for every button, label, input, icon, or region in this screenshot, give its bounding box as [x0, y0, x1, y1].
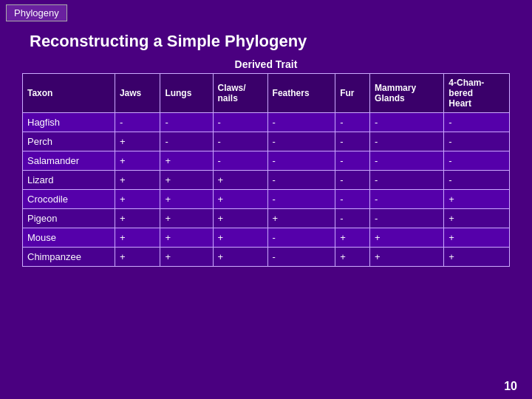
- data-cell: +: [160, 228, 213, 248]
- data-cell: -: [370, 190, 444, 209]
- data-cell: +: [267, 209, 335, 228]
- data-cell: +: [370, 228, 444, 248]
- derived-trait-label: Derived Trait: [0, 58, 532, 70]
- col-lungs: Lungs: [160, 74, 213, 113]
- table-row: Chimpanzee+++-+++: [23, 248, 510, 267]
- data-cell: -: [335, 171, 370, 190]
- data-cell: +: [444, 190, 510, 209]
- data-cell: -: [444, 113, 510, 132]
- data-cell: -: [267, 171, 335, 190]
- col-heart: 4-Cham-beredHeart: [444, 74, 510, 113]
- data-cell: -: [370, 113, 444, 132]
- data-cell: -: [335, 209, 370, 228]
- tab-label: Phylogeny: [14, 7, 59, 18]
- data-cell: +: [160, 171, 213, 190]
- data-cell: -: [335, 190, 370, 209]
- col-claws: Claws/nails: [213, 74, 267, 113]
- data-cell: -: [213, 132, 267, 151]
- data-cell: -: [160, 132, 213, 151]
- data-cell: -: [267, 113, 335, 132]
- table-container: Taxon Jaws Lungs Claws/nails Feathers Fu…: [22, 73, 510, 267]
- taxon-cell: Lizard: [23, 171, 115, 190]
- taxon-cell: Chimpanzee: [23, 248, 115, 267]
- col-fur: Fur: [335, 74, 370, 113]
- data-cell: -: [335, 113, 370, 132]
- data-cell: -: [115, 113, 160, 132]
- table-row: Lizard+++----: [23, 171, 510, 190]
- table-row: Perch+------: [23, 132, 510, 151]
- data-cell: +: [115, 228, 160, 248]
- col-jaws: Jaws: [115, 74, 160, 113]
- data-cell: +: [213, 171, 267, 190]
- table-row: Mouse+++-+++: [23, 228, 510, 248]
- data-cell: +: [115, 248, 160, 267]
- data-cell: -: [160, 113, 213, 132]
- data-cell: +: [444, 209, 510, 228]
- data-cell: +: [160, 209, 213, 228]
- data-cell: +: [213, 248, 267, 267]
- data-cell: +: [213, 190, 267, 209]
- data-cell: +: [160, 190, 213, 209]
- page-title: Reconstructing a Simple Phylogeny: [30, 32, 502, 51]
- table-row: Hagfish-------: [23, 113, 510, 132]
- taxon-cell: Hagfish: [23, 113, 115, 132]
- table-row: Salamander++-----: [23, 151, 510, 171]
- taxon-cell: Salamander: [23, 151, 115, 171]
- data-cell: -: [267, 190, 335, 209]
- col-feathers: Feathers: [267, 74, 335, 113]
- data-cell: +: [444, 228, 510, 248]
- data-cell: +: [115, 151, 160, 171]
- data-cell: -: [267, 151, 335, 171]
- tab[interactable]: Phylogeny: [6, 4, 67, 21]
- data-cell: +: [370, 248, 444, 267]
- taxon-cell: Crocodile: [23, 190, 115, 209]
- data-cell: -: [213, 151, 267, 171]
- table-header-row: Taxon Jaws Lungs Claws/nails Feathers Fu…: [23, 74, 510, 113]
- col-mammary: MammaryGlands: [370, 74, 444, 113]
- data-cell: +: [335, 248, 370, 267]
- col-taxon: Taxon: [23, 74, 115, 113]
- taxon-cell: Perch: [23, 132, 115, 151]
- phylogeny-table: Taxon Jaws Lungs Claws/nails Feathers Fu…: [22, 73, 510, 267]
- data-cell: -: [335, 151, 370, 171]
- table-row: Pigeon++++--+: [23, 209, 510, 228]
- data-cell: -: [213, 113, 267, 132]
- data-cell: +: [115, 171, 160, 190]
- data-cell: -: [267, 248, 335, 267]
- data-cell: +: [160, 151, 213, 171]
- table-row: Crocodile+++---+: [23, 190, 510, 209]
- data-cell: -: [370, 151, 444, 171]
- data-cell: -: [444, 171, 510, 190]
- data-cell: -: [370, 171, 444, 190]
- data-cell: -: [370, 132, 444, 151]
- data-cell: +: [115, 190, 160, 209]
- data-cell: +: [335, 228, 370, 248]
- data-cell: -: [370, 209, 444, 228]
- taxon-cell: Pigeon: [23, 209, 115, 228]
- data-cell: -: [267, 228, 335, 248]
- data-cell: -: [267, 132, 335, 151]
- data-cell: +: [444, 248, 510, 267]
- taxon-cell: Mouse: [23, 228, 115, 248]
- data-cell: +: [115, 209, 160, 228]
- data-cell: -: [335, 132, 370, 151]
- data-cell: +: [115, 132, 160, 151]
- data-cell: -: [444, 132, 510, 151]
- data-cell: +: [213, 228, 267, 248]
- page-number: 10: [504, 380, 517, 393]
- data-cell: +: [160, 248, 213, 267]
- data-cell: +: [213, 209, 267, 228]
- data-cell: -: [444, 151, 510, 171]
